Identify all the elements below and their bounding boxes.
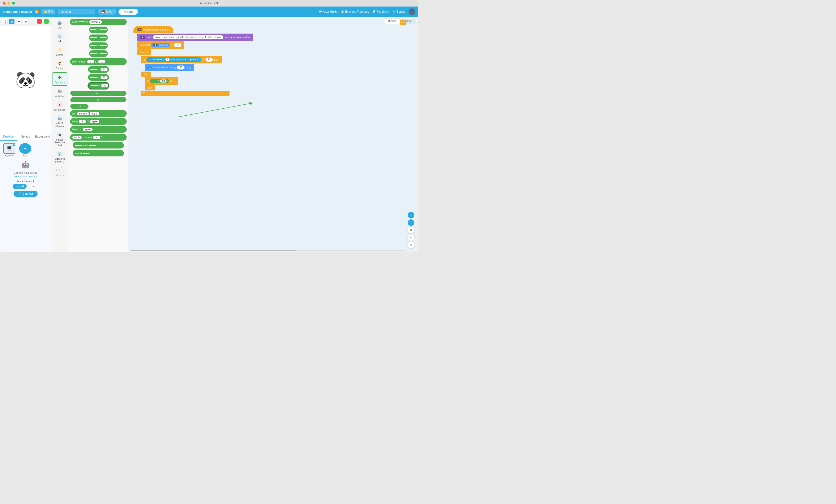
live-mode-button[interactable]: Live	[27, 184, 38, 189]
add-device-button[interactable]: +	[19, 143, 31, 154]
close-button[interactable]	[3, 2, 5, 5]
join-block[interactable]: join banana apple	[70, 110, 127, 117]
multiply-block[interactable]: ×	[89, 42, 108, 49]
save-button[interactable]: 💾 Save	[98, 9, 116, 15]
connect-button[interactable]: 🔗 Connect	[14, 191, 38, 197]
category-ultrasonic[interactable]: 📡 Ultrasonic Sensor 2	[52, 149, 68, 164]
example-programs-link[interactable]: 📋 Example Programs	[341, 10, 369, 13]
less-than-block[interactable]: < 50	[88, 74, 109, 81]
user-guide-link[interactable]: 📖 User Guide	[319, 10, 338, 13]
loudness-sensor[interactable]: 🔲 loudness	[151, 43, 170, 47]
else-block-2[interactable]: else	[145, 85, 155, 91]
mode-switch: Mode Switch ℹ	[17, 180, 34, 183]
list-item: pick random 1 to 10	[70, 58, 127, 65]
maximize-button[interactable]	[12, 2, 15, 5]
forever-block[interactable]: forever	[137, 49, 151, 55]
publish-button[interactable]: Publish	[118, 9, 138, 15]
else-block[interactable]: else	[141, 72, 151, 77]
upload-mode-button[interactable]: Upload	[13, 184, 26, 189]
category-events[interactable]: ⚡ Events	[52, 45, 68, 58]
zoom-in-button[interactable]: +	[408, 212, 414, 218]
undo-button[interactable]: ↺	[408, 227, 414, 233]
and-block[interactable]: and	[70, 91, 127, 96]
if-ultrasonic-block[interactable]: if ═ ultrasonic 2 1 ▾ distance to an obj…	[141, 56, 222, 63]
wait-until-block[interactable]: wait until 🔲 loudness > 75	[137, 41, 184, 49]
or-block[interactable]: or	[70, 97, 127, 102]
window-controls[interactable]	[3, 2, 15, 5]
contains-block[interactable]: apple contains a ?	[70, 134, 127, 140]
hat-block[interactable]: 🔲 when CyberPi starts up	[133, 26, 173, 33]
print-block[interactable]: 🔲 print Make a loud sound (clap) to star…	[137, 34, 253, 41]
avatar[interactable]: 👤	[408, 8, 415, 15]
letter-of-block[interactable]: letter 1 of apple	[70, 118, 127, 125]
forever-bottom: ↺	[141, 91, 229, 96]
round-block[interactable]: round	[73, 150, 124, 156]
brand-logo: makeblock | mBlock	[3, 10, 32, 14]
category-mbot2ext-label: mBot2 Extension Port	[53, 138, 66, 147]
redo-button[interactable]: ↻	[408, 234, 414, 241]
gear-icon: ⚙️	[392, 10, 396, 13]
not-block[interactable]: not	[70, 104, 89, 109]
main-layout: ⛶ ▦ ☰ ⊞ 🐼 Devices Sprites Background ✕ 🖥…	[0, 17, 418, 252]
print-text-input[interactable]: Make a loud sound (clap) to start and pr…	[153, 35, 223, 39]
device-remove-button[interactable]: ✕	[13, 143, 15, 146]
category-variables[interactable]: 🔠 Variables	[52, 87, 68, 99]
category-myblocks-label: My Blocks	[54, 109, 65, 112]
divide-block[interactable]: /	[89, 50, 108, 57]
device-chip[interactable]: ✕ 🖥️	[3, 143, 15, 154]
tab-sprites[interactable]: Sprites	[17, 133, 34, 140]
fit-button[interactable]: =	[408, 242, 414, 248]
category-iot[interactable]: 📡 IoT	[52, 32, 68, 44]
how-to-link[interactable]: How to use device?	[15, 175, 37, 178]
tab-blocks[interactable]: Blocks	[384, 19, 400, 24]
myblocks-icon: ●	[59, 103, 61, 107]
pick-random-block[interactable]: pick random 1 to 10	[70, 58, 127, 65]
category-extension[interactable]: + extension	[52, 166, 68, 178]
run-button[interactable]	[44, 19, 49, 24]
file-menu-button[interactable]: 📁 File	[41, 9, 55, 14]
panda-character: 🐼	[15, 72, 36, 88]
horizontal-scrollbar[interactable]	[131, 250, 406, 251]
category-operators[interactable]: ➕ Operators	[52, 72, 68, 86]
minimize-button[interactable]	[7, 2, 10, 5]
zoom-out-button[interactable]: −	[408, 219, 414, 226]
list-item: read in integer ▾	[70, 19, 127, 25]
equals-block[interactable]: = 50	[88, 82, 109, 89]
if-equals-block[interactable]: if = 50 then	[145, 77, 178, 85]
tab-devices[interactable]: Devices	[0, 133, 17, 140]
equals-condition[interactable]: = 50	[150, 79, 169, 83]
grid-stage-button[interactable]: ⊞	[23, 19, 28, 24]
moves-forward-block[interactable]: 🤖 moves forward ▾ at 50 RPM	[145, 64, 194, 71]
devices-panel: ✕ 🖥️ CyberPi + Add 🤖 Connect your device…	[0, 141, 51, 252]
code-stack: 🔲 when CyberPi starts up 🔲 print Make a …	[133, 26, 273, 96]
greater-than-block[interactable]: > 50	[88, 66, 109, 73]
stop-button[interactable]	[37, 19, 42, 24]
list-stage-button[interactable]: ☰	[16, 19, 21, 24]
examples-icon: 📋	[341, 10, 344, 13]
add-block[interactable]: +	[89, 26, 108, 33]
mode-buttons: Upload Live	[13, 184, 38, 189]
ultrasonic-sensor[interactable]: ═ ultrasonic 2 1 ▾ distance to an object…	[147, 57, 201, 62]
feedback-link[interactable]: 💬 Feedback	[372, 10, 389, 13]
read-block[interactable]: read in integer ▾	[70, 19, 127, 25]
project-title-input[interactable]	[58, 9, 95, 15]
category-myblocks[interactable]: ● My Blocks	[52, 100, 68, 113]
setting-link[interactable]: ⚙️ Setting	[392, 10, 405, 13]
category-mbot2ext[interactable]: 🔌 mBot2 Extension Port	[52, 130, 68, 148]
distance-value-input[interactable]: 10	[206, 58, 213, 61]
list-item: or	[70, 97, 127, 102]
device-item-cyberpi: ✕ 🖥️ CyberPi	[2, 143, 16, 157]
wifi-icon[interactable]: 📶	[35, 10, 39, 14]
rpm-value-input[interactable]: 50	[177, 65, 184, 70]
loudness-value-input[interactable]: 75	[174, 43, 181, 47]
mod-block[interactable]: mod	[73, 142, 124, 149]
subtract-block[interactable]: -	[89, 35, 108, 41]
expand-stage-button[interactable]: ⛶	[2, 19, 7, 24]
small-stage-button[interactable]: ▦	[9, 19, 15, 24]
category-mbot2chassis[interactable]: 🤖 mBot2 Chassis	[52, 114, 68, 129]
length-of-block[interactable]: length of apple	[70, 126, 127, 133]
category-ai[interactable]: 🤖 AI	[52, 18, 68, 31]
tab-background[interactable]: Background	[34, 133, 51, 140]
category-control[interactable]: ⏱ Control	[52, 59, 68, 71]
scrollbar-thumb[interactable]	[131, 250, 296, 251]
